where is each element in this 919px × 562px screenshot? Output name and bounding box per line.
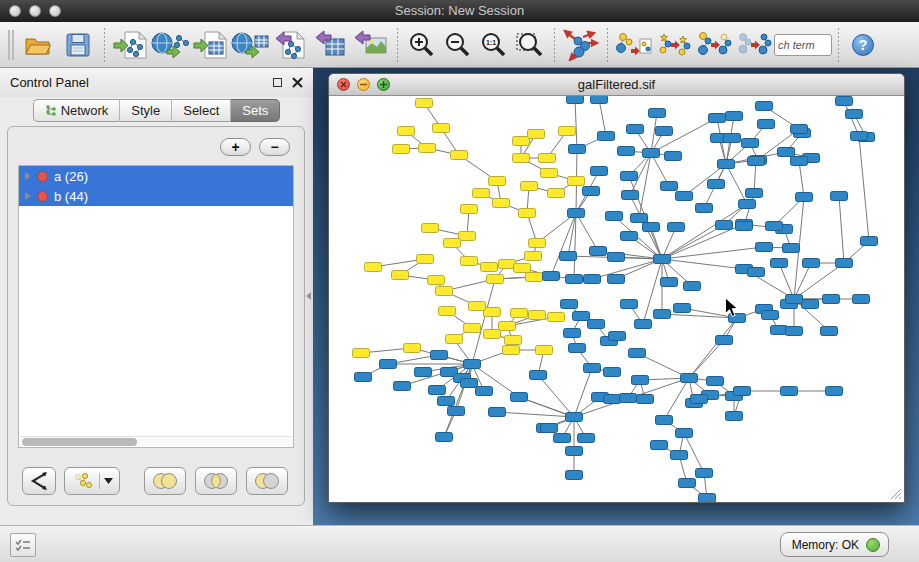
graph-node[interactable] [499, 260, 516, 269]
disclosure-triangle-icon[interactable] [25, 192, 31, 200]
graph-node[interactable] [786, 327, 803, 336]
graph-node[interactable] [734, 387, 751, 396]
graph-node[interactable] [392, 271, 409, 280]
graph-node[interactable] [756, 102, 773, 111]
graph-node[interactable] [803, 259, 820, 268]
graph-node[interactable] [461, 379, 478, 388]
close-panel-icon[interactable] [292, 77, 303, 88]
zoom-out-button[interactable] [440, 26, 476, 64]
close-view-button[interactable] [337, 78, 350, 91]
graph-node[interactable] [696, 469, 713, 478]
graph-node[interactable] [539, 154, 556, 163]
graph-node[interactable] [393, 145, 410, 154]
graph-node[interactable] [569, 344, 586, 353]
graph-node[interactable] [831, 192, 848, 201]
graph-node[interactable] [622, 191, 639, 200]
graph-node[interactable] [631, 214, 648, 223]
graph-node[interactable] [499, 322, 516, 331]
graph-node[interactable] [783, 244, 800, 253]
graph-node[interactable] [493, 199, 510, 208]
graph-node[interactable] [541, 169, 558, 178]
graph-node[interactable] [484, 330, 501, 339]
horizontal-scrollbar[interactable] [20, 436, 292, 446]
graph-node[interactable] [511, 309, 528, 318]
export-network-button[interactable] [271, 26, 311, 64]
graph-node[interactable] [674, 304, 691, 313]
graph-node[interactable] [469, 302, 486, 311]
graph-node[interactable] [739, 200, 756, 209]
graph-node[interactable] [665, 152, 682, 161]
graph-node[interactable] [394, 382, 411, 391]
graph-node[interactable] [513, 154, 530, 163]
graph-node[interactable] [548, 189, 565, 198]
graph-node[interactable] [661, 278, 678, 287]
graph-node[interactable] [836, 97, 853, 106]
graph-node[interactable] [519, 209, 536, 218]
graph-node[interactable] [736, 222, 753, 231]
search-input[interactable] [774, 34, 832, 56]
import-table-file-button[interactable] [191, 26, 231, 64]
graph-node[interactable] [771, 259, 788, 268]
graph-node[interactable] [541, 424, 558, 433]
graph-node[interactable] [353, 349, 370, 358]
graph-node[interactable] [548, 313, 565, 322]
graph-node[interactable] [762, 311, 779, 320]
graph-node[interactable] [796, 193, 813, 202]
difference-sets-button[interactable] [246, 467, 288, 495]
graph-node[interactable] [684, 282, 701, 291]
graph-node[interactable] [446, 335, 463, 344]
graph-node[interactable] [802, 300, 819, 309]
graph-node[interactable] [756, 243, 773, 252]
graph-node[interactable] [821, 327, 838, 336]
graph-node[interactable] [578, 434, 595, 443]
panel-collapse-handle[interactable] [306, 292, 311, 300]
graph-node[interactable] [554, 434, 571, 443]
new-network-from-selection-button[interactable] [614, 26, 654, 64]
import-network-file-button[interactable] [111, 26, 151, 64]
tab-network[interactable]: Network [33, 99, 121, 122]
graph-node[interactable] [679, 479, 696, 488]
list-item-set-b[interactable]: b (44) [19, 186, 293, 206]
graph-node[interactable] [699, 494, 716, 503]
graph-node[interactable] [514, 264, 531, 273]
graph-node[interactable] [513, 137, 530, 146]
graph-node[interactable] [716, 221, 733, 230]
graph-node[interactable] [748, 157, 765, 166]
graph-node[interactable] [419, 144, 436, 153]
graph-node[interactable] [487, 275, 504, 284]
task-monitor-button[interactable] [10, 533, 36, 557]
zoom-in-button[interactable] [404, 26, 440, 64]
graph-node[interactable] [627, 125, 644, 134]
graph-node[interactable] [621, 232, 638, 241]
graph-node[interactable] [564, 329, 581, 338]
graph-node[interactable] [436, 433, 453, 442]
graph-node[interactable] [643, 149, 660, 158]
graph-node[interactable] [637, 395, 654, 404]
graph-node[interactable] [476, 387, 493, 396]
graph-node[interactable] [608, 275, 625, 284]
graph-node[interactable] [439, 307, 456, 316]
graph-node[interactable] [428, 276, 445, 285]
graph-node[interactable] [851, 132, 868, 141]
graph-node[interactable] [718, 160, 735, 169]
graph-node[interactable] [778, 148, 795, 157]
graph-node[interactable] [417, 255, 434, 264]
graph-node[interactable] [598, 132, 615, 141]
graph-node[interactable] [649, 109, 666, 118]
network-window-titlebar[interactable]: galFiltered.sif [329, 74, 904, 96]
graph-node[interactable] [583, 187, 600, 196]
graph-node[interactable] [742, 139, 759, 148]
graph-node[interactable] [566, 471, 583, 480]
graph-node[interactable] [716, 336, 733, 345]
list-item-set-a[interactable]: a (26) [19, 166, 293, 186]
graph-node[interactable] [536, 346, 553, 355]
minimize-view-button[interactable] [357, 78, 370, 91]
save-session-button[interactable] [58, 26, 98, 64]
help-button[interactable]: ? [845, 26, 881, 64]
graph-node[interactable] [461, 257, 478, 266]
graph-node[interactable] [590, 247, 607, 256]
graph-node[interactable] [365, 263, 382, 272]
add-set-button[interactable]: + [220, 138, 251, 156]
graph-node[interactable] [707, 377, 724, 386]
graph-node[interactable] [823, 295, 840, 304]
